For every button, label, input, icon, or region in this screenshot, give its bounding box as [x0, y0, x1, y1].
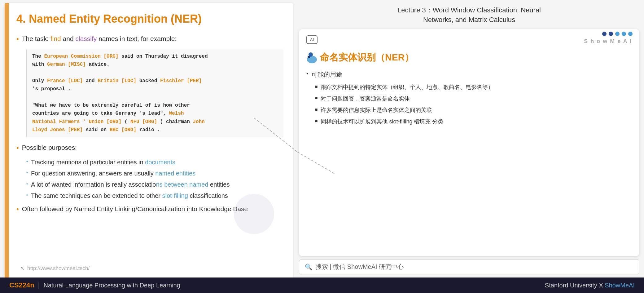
search-bar[interactable]: 🔍 搜索 | 微信 ShowMeAI 研究中心 — [299, 259, 639, 274]
code-line-9: National Farmers ' Union [ORG] ( NFU [OR… — [32, 118, 278, 126]
per-1: Fischler [PER] — [160, 78, 202, 84]
dot-3 — [615, 32, 620, 36]
showmeai-brand: S h o w M e A I — [584, 38, 632, 45]
task-bullet: • The task: find and classify names in t… — [16, 34, 283, 44]
sub-text-2: For question answering, answers are usua… — [31, 169, 195, 178]
task-classify: classify — [75, 35, 97, 42]
cursor-icon: ↖ — [20, 265, 25, 272]
footer-showmeai: ShowMeAI — [605, 282, 635, 289]
org-1: European Commission [ORG] — [44, 54, 118, 59]
footer-stanford: Stanford University — [545, 282, 597, 289]
ann-sub-text-1: 跟踪文档中提到的特定实体（组织、个人、地点、歌曲名、电影名等） — [321, 83, 493, 91]
ann-sq-2: ■ — [315, 95, 318, 100]
slide-footer: ↖ http://www.showmeai.tech/ — [20, 265, 90, 272]
task-find: find — [50, 35, 61, 42]
slide-title: 4. Named Entity Recognition (NER) — [16, 12, 283, 25]
shape-icon — [306, 51, 320, 64]
dot-5 — [628, 32, 633, 36]
org-3: NFU [ORG] — [130, 119, 157, 125]
task-and: and — [61, 35, 76, 42]
svg-point-2 — [308, 56, 310, 58]
search-placeholder: 搜索 | 微信 ShowMeAI 研究中心 — [316, 263, 404, 271]
footer-divider: | — [38, 281, 40, 289]
ai-badge-text: AI — [310, 38, 314, 42]
assoc-highlight: ns between named — [156, 181, 208, 188]
bullet-dot: • — [16, 35, 19, 44]
sub-dot-1: • — [26, 159, 28, 164]
bullet-dot-2: • — [16, 144, 19, 153]
sub-bullet-3: • A lot of wanted information is really … — [26, 180, 283, 189]
ann-sub-2: ■ 对于问题回答，答案通常是命名实体 — [315, 95, 632, 103]
ai-badge: AI — [306, 35, 318, 44]
task-text: The task: find and classify names in tex… — [22, 34, 177, 43]
orange-bar — [5, 3, 9, 281]
named-entities-highlight: named entities — [155, 170, 195, 177]
bullet-dot-3: • — [16, 205, 19, 214]
footer-x: X — [599, 282, 605, 289]
deco-circle — [234, 194, 274, 234]
sub-text-1: Tracking mentions of particular entities… — [31, 158, 175, 166]
org-4: BBC [ORG] — [110, 127, 136, 133]
ann-sub-4: ■ 同样的技术可以扩展到其他 slot-filling 槽填充 分类 — [315, 118, 632, 126]
code-line-8: countries are going to take Germany 's l… — [32, 109, 278, 118]
purposes-bullet: • Possible purposes: — [16, 143, 283, 153]
john: John — [193, 119, 205, 125]
code-line-3 — [32, 69, 278, 77]
right-panel: Lecture 3：Word Window Classification, Ne… — [296, 0, 644, 277]
documents-highlight: documents — [145, 159, 175, 166]
purposes-text: Possible purposes: — [22, 143, 77, 152]
sub-dot-2: • — [26, 170, 28, 175]
search-icon: 🔍 — [305, 263, 313, 271]
code-line-10: Lloyd Jones [PER] said on BBC [ORG] radi… — [32, 126, 278, 134]
slide-panel: 4. Named Entity Recognition (NER) • The … — [5, 3, 293, 281]
ann-bullet-dot: • — [306, 71, 308, 77]
loc-2: Britain [LOC] — [98, 78, 136, 84]
footer-left: CS224n | Natural Language Processing wit… — [9, 281, 545, 289]
ann-sub-bullets: ■ 跟踪文档中提到的特定实体（组织、个人、地点、歌曲名、电影名等） ■ 对于问题… — [315, 83, 632, 126]
welsh: Welsh — [169, 111, 184, 116]
org-2: National Farmers ' Union [ORG] — [32, 119, 121, 125]
footer-subtitle: Natural Language Processing with Deep Le… — [43, 282, 180, 289]
sub-text-4: The same techniques can be extended to o… — [31, 191, 228, 200]
code-line-1: The European Commission [ORG] said on Th… — [32, 52, 278, 60]
task-intro: The task: — [22, 35, 50, 42]
lecture-line1: Lecture 3：Word Window Classification, Ne… — [299, 6, 639, 15]
misc-1: German [MISC] — [47, 62, 86, 67]
top-dots — [602, 32, 633, 36]
code-line-5: 's proposal . — [32, 85, 278, 93]
code-line-2: with German [MISC] advice. — [32, 60, 278, 69]
sub-bullet-1: • Tracking mentions of particular entiti… — [26, 158, 283, 166]
ann-sq-1: ■ — [315, 84, 318, 89]
lecture-header: Lecture 3：Word Window Classification, Ne… — [299, 3, 639, 26]
ann-sq-3: ■ — [315, 107, 318, 112]
sub-bullets: • Tracking mentions of particular entiti… — [26, 158, 283, 200]
sub-dot-4: • — [26, 193, 28, 198]
footer-cs224n: CS224n — [9, 281, 34, 289]
ann-sub-1: ■ 跟踪文档中提到的特定实体（组织、个人、地点、歌曲名、电影名等） — [315, 83, 632, 91]
sub-bullet-2: • For question answering, answers are us… — [26, 169, 283, 178]
footer-bar: CS224n | Natural Language Processing wit… — [0, 277, 644, 293]
slot-filling-highlight: slot-filling — [162, 192, 188, 199]
footer-right: Stanford University X ShowMeAI — [545, 282, 635, 289]
task-rest: names in text, for example: — [97, 35, 177, 42]
dot-4 — [622, 32, 626, 36]
ann-main-text: 可能的用途 — [311, 70, 342, 79]
ann-sub-text-3: 许多需要的信息实际上是命名实体之间的关联 — [321, 106, 432, 114]
loc-1: France [LOC] — [47, 78, 83, 84]
sub-dot-3: • — [26, 181, 28, 186]
last-bullet-text: Often followed by Named Entity Linking/C… — [22, 204, 248, 213]
annotation-card: AI S h o w M e A I 命名实体识别（NER） • 可能的用途 — [299, 29, 639, 256]
dot-2 — [609, 32, 613, 36]
lecture-line2: Networks, and Matrix Calculus — [299, 15, 639, 25]
dot-1 — [602, 32, 607, 36]
code-line-4: Only France [LOC] and Britain [LOC] back… — [32, 77, 278, 85]
annotation-title-row: 命名实体识别（NER） — [306, 51, 632, 64]
sub-text-3: A lot of wanted information is really as… — [31, 180, 230, 189]
code-line-6 — [32, 93, 278, 101]
code-line-7: "What we have to be extremely careful of… — [32, 101, 278, 109]
ann-main-bullet: • 可能的用途 — [306, 70, 632, 79]
footer-url: http://www.showmeai.tech/ — [27, 265, 90, 272]
per-2: Lloyd Jones [PER] — [32, 127, 83, 133]
ann-sub-text-2: 对于问题回答，答案通常是命名实体 — [321, 95, 410, 103]
ann-sub-text-4: 同样的技术可以扩展到其他 slot-filling 槽填充 分类 — [321, 118, 443, 126]
